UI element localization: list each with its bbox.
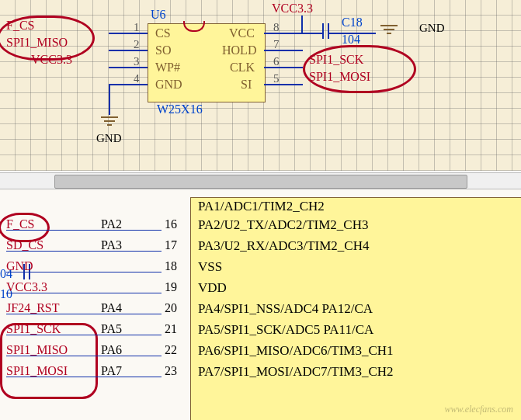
pin-function: PA5/SPI1_SCK/ADC5 PA11/CA bbox=[198, 322, 373, 338]
pin-name-cs: CS bbox=[155, 26, 171, 40]
watermark: www.elecfans.com bbox=[445, 404, 513, 415]
wire bbox=[109, 84, 148, 85]
net-spi1-mosi[interactable]: SPI1_MOSI bbox=[309, 70, 370, 84]
net-label[interactable]: F_CS bbox=[6, 217, 34, 231]
wire bbox=[109, 67, 148, 68]
wire bbox=[307, 33, 324, 34]
net-label[interactable]: SPI1_MOSI bbox=[6, 364, 68, 378]
mcu-sheet[interactable]: PA1/ADC1/TIM2_CH2 04 10 F_CSPA216PA2/U2_… bbox=[0, 189, 521, 420]
pin-number: 20 bbox=[165, 301, 177, 315]
net-vcc33-left[interactable]: VCC3.3 bbox=[31, 53, 72, 67]
port-label: PA5 bbox=[101, 322, 122, 336]
net-label[interactable]: JF24_RST bbox=[6, 301, 59, 315]
horizontal-scrollbar[interactable] bbox=[0, 172, 521, 189]
port-label: PA7 bbox=[101, 364, 122, 378]
cap-value: 104 bbox=[342, 33, 360, 47]
pin-function: PA3/U2_RX/ADC3/TIM2_CH4 bbox=[198, 238, 369, 254]
cap-designator: C18 bbox=[342, 16, 363, 30]
net-label[interactable]: GND bbox=[6, 259, 33, 273]
gnd-label-bottom: GND bbox=[96, 132, 122, 145]
mcu-func-top: PA1/ADC1/TIM2_CH2 bbox=[198, 199, 325, 214]
pin-function: PA4/SPI1_NSS/ADC4 PA12/CA bbox=[198, 301, 373, 317]
net-vcc33-top[interactable]: VCC3.3 bbox=[272, 2, 313, 16]
pin-name-gnd: GND bbox=[155, 78, 182, 92]
wire bbox=[264, 33, 311, 34]
wire bbox=[109, 33, 148, 34]
pin-name-si: SI bbox=[241, 78, 252, 92]
pin-number: 16 bbox=[165, 217, 177, 231]
port-label: PA3 bbox=[101, 238, 122, 252]
pin-number: 21 bbox=[165, 322, 177, 336]
net-spi1-sck[interactable]: SPI1_SCK bbox=[309, 53, 363, 67]
part-w25x16: W25X16 bbox=[157, 102, 203, 116]
wire bbox=[264, 67, 303, 68]
net-label[interactable]: SD_CS bbox=[6, 238, 43, 252]
pin-name-so: SO bbox=[155, 43, 171, 57]
net-label[interactable]: SPI1_SCK bbox=[6, 322, 61, 336]
pin-name-wp: WP# bbox=[155, 61, 180, 75]
wire bbox=[109, 84, 110, 115]
port-label: PA4 bbox=[101, 301, 122, 315]
wire bbox=[264, 50, 303, 51]
pin-name-hold: HOLD bbox=[222, 43, 256, 57]
wire bbox=[109, 50, 148, 51]
pin-name-clk: CLK bbox=[230, 61, 255, 75]
pin-function: VSS bbox=[198, 259, 222, 275]
pin-function: PA6/SPI1_MISO/ADC6/TIM3_CH1 bbox=[198, 343, 394, 359]
scroll-thumb[interactable] bbox=[54, 175, 467, 189]
pin-function: PA7/SPI1_MOSI/ADC7/TIM3_CH2 bbox=[198, 364, 394, 380]
net-label[interactable]: SPI1_MISO bbox=[6, 343, 68, 357]
designator-u6: U6 bbox=[151, 8, 166, 22]
pin-name-vcc: VCC bbox=[229, 26, 255, 40]
pin-function: PA2/U2_TX/ADC2/TIM2_CH3 bbox=[198, 217, 368, 233]
pin-number: 22 bbox=[165, 343, 177, 357]
pin-number: 17 bbox=[165, 238, 177, 252]
net-spi1-miso[interactable]: SPI1_MISO bbox=[6, 36, 68, 50]
net-label[interactable]: VCC3.3 bbox=[6, 280, 47, 294]
pin-number: 23 bbox=[165, 364, 177, 378]
pin-function: VDD bbox=[198, 280, 227, 296]
pin-number: 19 bbox=[165, 280, 177, 294]
gnd-label-right: GND bbox=[419, 22, 445, 35]
port-label: PA2 bbox=[101, 217, 122, 231]
port-label: PA6 bbox=[101, 343, 122, 357]
net-f-cs[interactable]: F_CS bbox=[6, 19, 34, 33]
schematic-canvas[interactable]: U6 W25X16 CS SO WP# GND VCC HOLD CLK SI … bbox=[0, 0, 521, 171]
wire bbox=[301, 16, 303, 34]
pin-number: 18 bbox=[165, 259, 177, 273]
wire bbox=[264, 84, 303, 85]
